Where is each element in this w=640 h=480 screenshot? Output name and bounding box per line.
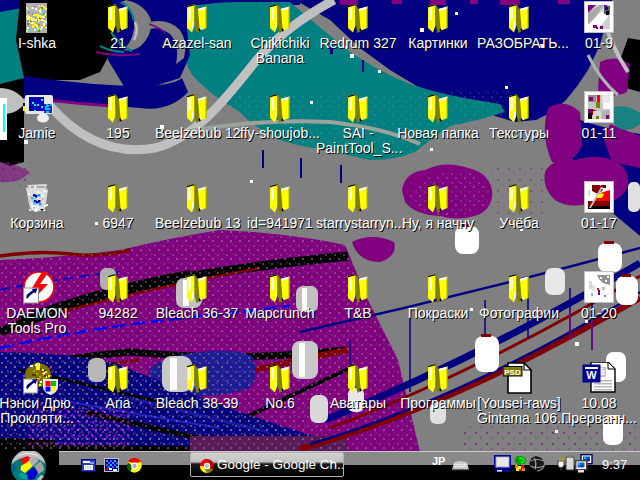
- svg-text:PSD: PSD: [504, 368, 521, 377]
- svg-text:W: W: [586, 369, 597, 381]
